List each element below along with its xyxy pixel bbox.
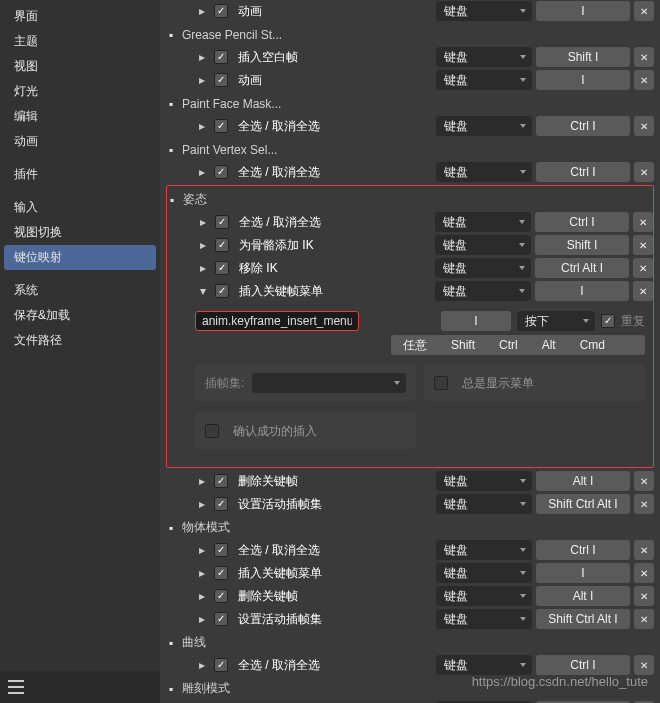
event-type-select[interactable]: 键盘 bbox=[436, 586, 532, 606]
shortcut-button[interactable]: Shift Ctrl Alt I bbox=[536, 609, 630, 629]
key-input-button[interactable]: I bbox=[441, 311, 511, 331]
expand-icon[interactable]: ▸ bbox=[194, 589, 210, 603]
confirm-checkbox[interactable] bbox=[205, 424, 219, 438]
hamburger-icon[interactable] bbox=[8, 680, 24, 694]
checkbox[interactable] bbox=[215, 284, 229, 298]
sidebar-item-animation[interactable]: 动画 bbox=[4, 129, 156, 154]
expand-icon[interactable]: ▸ bbox=[194, 658, 210, 672]
shortcut-button[interactable]: Shift I bbox=[535, 235, 629, 255]
event-type-select[interactable]: 键盘 bbox=[436, 494, 532, 514]
expand-icon[interactable]: ▸ bbox=[194, 543, 210, 557]
expand-icon[interactable]: ▸ bbox=[194, 73, 210, 87]
event-type-select[interactable]: 键盘 bbox=[435, 281, 531, 301]
shortcut-button[interactable]: Alt I bbox=[536, 586, 630, 606]
shortcut-button[interactable]: Ctrl I bbox=[535, 212, 629, 232]
sidebar-item-save-load[interactable]: 保存&加载 bbox=[4, 303, 156, 328]
remove-button[interactable] bbox=[634, 1, 654, 21]
mod-ctrl[interactable]: Ctrl bbox=[487, 335, 530, 355]
checkbox[interactable] bbox=[214, 658, 228, 672]
event-type-select[interactable]: 键盘 bbox=[436, 540, 532, 560]
mod-alt[interactable]: Alt bbox=[530, 335, 568, 355]
remove-button[interactable] bbox=[634, 586, 654, 606]
event-type-select[interactable]: 键盘 bbox=[436, 70, 532, 90]
checkbox[interactable] bbox=[214, 566, 228, 580]
checkbox[interactable] bbox=[215, 238, 229, 252]
shortcut-button[interactable]: Ctrl I bbox=[536, 116, 630, 136]
remove-button[interactable] bbox=[633, 258, 653, 278]
event-type-select[interactable]: 键盘 bbox=[436, 116, 532, 136]
shortcut-button[interactable]: I bbox=[535, 281, 629, 301]
remove-button[interactable] bbox=[633, 212, 653, 232]
event-type-select[interactable]: 键盘 bbox=[436, 1, 532, 21]
remove-button[interactable] bbox=[634, 116, 654, 136]
expand-icon[interactable]: ▸ bbox=[194, 50, 210, 64]
checkbox[interactable] bbox=[214, 589, 228, 603]
event-type-select[interactable]: 键盘 bbox=[435, 258, 531, 278]
checkbox[interactable] bbox=[215, 215, 229, 229]
sidebar-item-addons[interactable]: 插件 bbox=[4, 162, 156, 187]
expand-icon[interactable]: ▸ bbox=[194, 165, 210, 179]
remove-button[interactable] bbox=[634, 563, 654, 583]
checkbox[interactable] bbox=[214, 4, 228, 18]
sidebar-item-input[interactable]: 输入 bbox=[4, 195, 156, 220]
remove-button[interactable] bbox=[634, 655, 654, 675]
mod-any[interactable]: 任意 bbox=[391, 335, 439, 355]
event-type-select[interactable]: 键盘 bbox=[436, 47, 532, 67]
mod-shift[interactable]: Shift bbox=[439, 335, 487, 355]
event-type-select[interactable]: 键盘 bbox=[436, 162, 532, 182]
event-type-select[interactable]: 键盘 bbox=[436, 609, 532, 629]
remove-button[interactable] bbox=[633, 281, 653, 301]
remove-button[interactable] bbox=[634, 540, 654, 560]
shortcut-button[interactable]: I bbox=[536, 70, 630, 90]
sidebar-item-keymap[interactable]: 键位映射 bbox=[4, 245, 156, 270]
sidebar-item-navigation[interactable]: 视图切换 bbox=[4, 220, 156, 245]
expand-icon[interactable]: ▸ bbox=[194, 566, 210, 580]
collapse-icon[interactable]: ▾ bbox=[195, 284, 211, 298]
checkbox[interactable] bbox=[214, 119, 228, 133]
sidebar-item-viewport[interactable]: 视图 bbox=[4, 54, 156, 79]
repeat-checkbox[interactable] bbox=[601, 314, 615, 328]
shortcut-button[interactable]: Ctrl I bbox=[536, 162, 630, 182]
expand-icon[interactable]: ▸ bbox=[194, 4, 210, 18]
checkbox[interactable] bbox=[214, 543, 228, 557]
operator-input[interactable] bbox=[195, 311, 359, 331]
expand-icon[interactable]: ▸ bbox=[194, 612, 210, 626]
remove-button[interactable] bbox=[633, 235, 653, 255]
remove-button[interactable] bbox=[634, 162, 654, 182]
remove-button[interactable] bbox=[634, 70, 654, 90]
expand-icon[interactable]: ▸ bbox=[195, 261, 211, 275]
remove-button[interactable] bbox=[634, 609, 654, 629]
press-mode-select[interactable]: 按下 bbox=[517, 311, 595, 331]
checkbox[interactable] bbox=[214, 73, 228, 87]
shortcut-button[interactable]: Shift Ctrl Alt I bbox=[536, 494, 630, 514]
always-show-checkbox[interactable] bbox=[434, 376, 448, 390]
event-type-select[interactable]: 键盘 bbox=[435, 212, 531, 232]
event-type-select[interactable]: 键盘 bbox=[436, 563, 532, 583]
mod-extra[interactable] bbox=[617, 335, 645, 355]
shortcut-button[interactable]: Ctrl I bbox=[536, 655, 630, 675]
checkbox[interactable] bbox=[214, 50, 228, 64]
checkbox[interactable] bbox=[214, 497, 228, 511]
remove-button[interactable] bbox=[634, 47, 654, 67]
remove-button[interactable] bbox=[634, 471, 654, 491]
sidebar-item-themes[interactable]: 主题 bbox=[4, 29, 156, 54]
expand-icon[interactable]: ▸ bbox=[194, 497, 210, 511]
sidebar-item-system[interactable]: 系统 bbox=[4, 278, 156, 303]
sidebar-item-interface[interactable]: 界面 bbox=[4, 4, 156, 29]
mod-cmd[interactable]: Cmd bbox=[568, 335, 617, 355]
event-type-select[interactable]: 键盘 bbox=[436, 471, 532, 491]
checkbox[interactable] bbox=[214, 474, 228, 488]
checkbox[interactable] bbox=[215, 261, 229, 275]
shortcut-button[interactable]: I bbox=[536, 1, 630, 21]
event-type-select[interactable]: 键盘 bbox=[436, 655, 532, 675]
shortcut-button[interactable]: Ctrl I bbox=[536, 540, 630, 560]
expand-icon[interactable]: ▸ bbox=[194, 119, 210, 133]
expand-icon[interactable]: ▸ bbox=[194, 474, 210, 488]
expand-icon[interactable]: ▸ bbox=[195, 215, 211, 229]
event-type-select[interactable]: 键盘 bbox=[435, 235, 531, 255]
shortcut-button[interactable]: Ctrl Alt I bbox=[535, 258, 629, 278]
sidebar-item-file-paths[interactable]: 文件路径 bbox=[4, 328, 156, 353]
checkbox[interactable] bbox=[214, 165, 228, 179]
shortcut-button[interactable]: Shift I bbox=[536, 47, 630, 67]
expand-icon[interactable]: ▸ bbox=[195, 238, 211, 252]
